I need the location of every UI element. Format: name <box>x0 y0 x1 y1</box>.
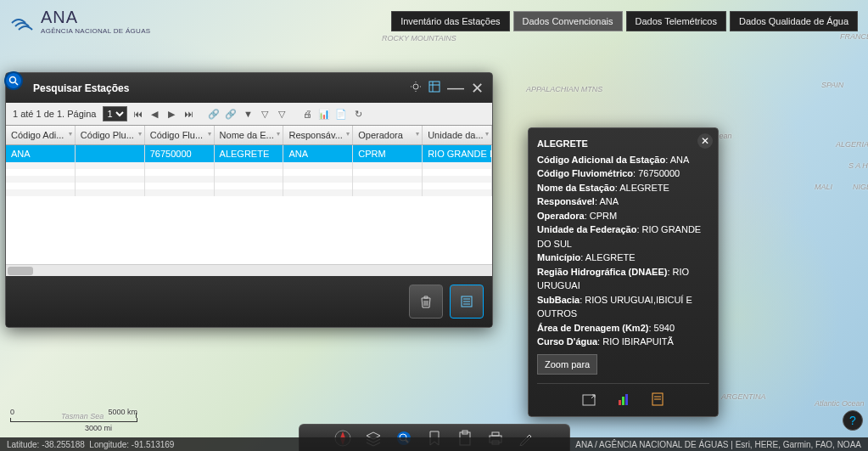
close-icon[interactable]: ✕ <box>697 133 713 149</box>
popup-field: Unidade da Federação: RIO GRANDE DO SUL <box>537 223 709 251</box>
map-label: ALGERIA <box>836 140 868 149</box>
search-icon <box>4 71 23 90</box>
logo-subtitle: AGÊNCIA NACIONAL DE ÁGUAS <box>41 27 150 35</box>
first-page-icon[interactable]: ⏮ <box>131 107 144 121</box>
grid-icon[interactable] <box>428 81 440 95</box>
table-row[interactable] <box>6 176 492 183</box>
map-label: SPAIN <box>821 81 843 89</box>
search-panel: Pesquisar Estações — ✕ 1 até 1 de 1. Pág… <box>5 72 493 328</box>
filter-icon[interactable]: ▼ <box>241 107 255 121</box>
svg-rect-27 <box>492 432 499 436</box>
popup-field: Região Hidrográfica (DNAEE): RIO URUGUAI <box>537 265 709 293</box>
status-bar: Latitude: -38.255188 Longitude: -91.5131… <box>0 437 868 451</box>
col-responsavel[interactable]: Responsáv... <box>283 126 353 144</box>
col-nome[interactable]: Nome da E... <box>215 126 284 144</box>
map-label: ARGENTINA <box>721 392 766 401</box>
nav-convencionais[interactable]: Dados Convencionais <box>513 11 623 31</box>
help-button[interactable]: ? <box>843 410 863 431</box>
search-panel-footer <box>6 276 492 327</box>
export-icon[interactable] <box>580 391 599 408</box>
map-label: S A H <box>848 161 868 170</box>
scale-bar: 05000 km 3000 mi <box>10 408 137 432</box>
logo[interactable]: ANA AGÊNCIA NACIONAL DE ÁGUAS <box>10 8 150 35</box>
svg-line-1 <box>15 82 18 85</box>
popup-field: Código Fluviométrico: 76750000 <box>537 166 709 181</box>
popup-title: ALEGRETE <box>537 137 709 151</box>
pager-text: 1 até 1 de 1. Página <box>13 109 96 119</box>
delete-button[interactable] <box>409 285 443 319</box>
popup-field: Nome da Estação: ALEGRETE <box>537 181 709 195</box>
map-label: NIGER <box>853 183 868 191</box>
popup-field: SubBacia: RIOS URUGUAI,IBICUÍ E OUTROS <box>537 293 709 321</box>
lat-label: Latitude: <box>7 440 39 449</box>
grid-header: Código Adi... Código Plu... Código Flu..… <box>6 126 492 145</box>
search-panel-title: Pesquisar Estações <box>33 82 129 94</box>
table-row[interactable] <box>6 189 492 196</box>
prev-page-icon[interactable]: ◀ <box>148 107 161 121</box>
popup-field: Área de Drenagem (Km2): 5940 <box>537 321 709 335</box>
details-button[interactable] <box>450 285 484 319</box>
ana-logo-icon <box>10 11 36 31</box>
logo-title: ANA <box>41 8 150 27</box>
table-row[interactable] <box>6 162 492 169</box>
svg-point-0 <box>10 77 16 83</box>
chart-icon[interactable] <box>614 391 633 408</box>
svg-point-2 <box>413 84 418 89</box>
settings-icon[interactable] <box>410 81 422 95</box>
document-icon[interactable] <box>648 391 667 408</box>
minimize-icon[interactable]: — <box>447 78 464 98</box>
grid-body: ANA 76750000 ALEGRETE ANA CPRM RIO GRAND… <box>6 145 492 264</box>
nav-qualidade[interactable]: Dados Qualidade de Água <box>730 11 858 31</box>
chart-icon[interactable]: 📊 <box>317 107 331 121</box>
popup-field: Código Adicional da Estação: ANA <box>537 153 709 167</box>
next-page-icon[interactable]: ▶ <box>165 107 178 121</box>
table-row[interactable] <box>6 183 492 189</box>
results-grid: Código Adi... Código Plu... Código Flu..… <box>6 126 492 276</box>
svg-rect-15 <box>622 397 624 405</box>
export-icon[interactable]: 📄 <box>334 107 348 121</box>
popup-field: Curso D'água: RIO IBIRAPUITÃ <box>537 335 709 349</box>
top-bar: ANA AGÊNCIA NACIONAL DE ÁGUAS Inventário… <box>0 0 868 42</box>
svg-rect-16 <box>625 394 628 405</box>
lon-value: -91.513169 <box>132 440 175 449</box>
filter-x-icon[interactable]: ▽ <box>258 107 272 121</box>
table-row[interactable] <box>6 169 492 176</box>
attribution: ANA / AGÊNCIA NACIONAL DE ÁGUAS | Esri, … <box>575 440 861 449</box>
map-label: MALI <box>815 183 832 191</box>
map-label: APPALACHIAN MTNS <box>526 85 602 93</box>
table-row[interactable]: ANA 76750000 ALEGRETE ANA CPRM RIO GRAND… <box>6 145 492 162</box>
page-select[interactable]: 1 <box>103 106 127 121</box>
popup-field: Município: ALEGRETE <box>537 251 709 265</box>
link2-icon[interactable]: 🔗 <box>224 107 238 121</box>
nav-buttons: Inventário das Estações Dados Convencion… <box>391 11 858 31</box>
station-info-popup: ✕ ALEGRETE Código Adicional da Estação: … <box>528 127 719 417</box>
horizontal-scrollbar[interactable] <box>6 264 492 276</box>
nav-inventario[interactable]: Inventário das Estações <box>391 11 509 31</box>
col-codigo-adi[interactable]: Código Adi... <box>6 126 76 144</box>
col-unidade[interactable]: Unidade da... <box>423 126 492 144</box>
lat-value: -38.255188 <box>42 440 85 449</box>
nav-telemetricos[interactable]: Dados Telemétricos <box>626 11 726 31</box>
svg-rect-3 <box>429 82 440 92</box>
col-codigo-flu[interactable]: Código Flu... <box>145 126 215 144</box>
col-codigo-plu[interactable]: Código Plu... <box>76 126 145 144</box>
link-icon[interactable]: 🔗 <box>207 107 221 121</box>
refresh-icon[interactable]: ↻ <box>351 107 365 121</box>
print-icon[interactable]: 🖨 <box>300 107 314 121</box>
lon-label: Longitude: <box>89 440 129 449</box>
map-label: Atlantic Ocean <box>815 399 865 408</box>
popup-field: Responsável: ANA <box>537 194 709 209</box>
filter-clear-icon[interactable]: ▽ <box>275 107 288 121</box>
zoom-to-button[interactable]: Zoom para <box>537 354 597 375</box>
col-operadora[interactable]: Operadora <box>353 126 423 144</box>
search-panel-header[interactable]: Pesquisar Estações — ✕ <box>6 73 492 103</box>
popup-field: Operadora: CPRM <box>537 209 709 223</box>
grid-toolbar: 1 até 1 de 1. Página 1 ⏮ ◀ ▶ ⏭ 🔗 🔗 ▼ ▽ ▽… <box>6 103 492 126</box>
last-page-icon[interactable]: ⏭ <box>182 107 195 121</box>
svg-rect-14 <box>619 400 621 405</box>
close-icon[interactable]: ✕ <box>471 79 484 98</box>
